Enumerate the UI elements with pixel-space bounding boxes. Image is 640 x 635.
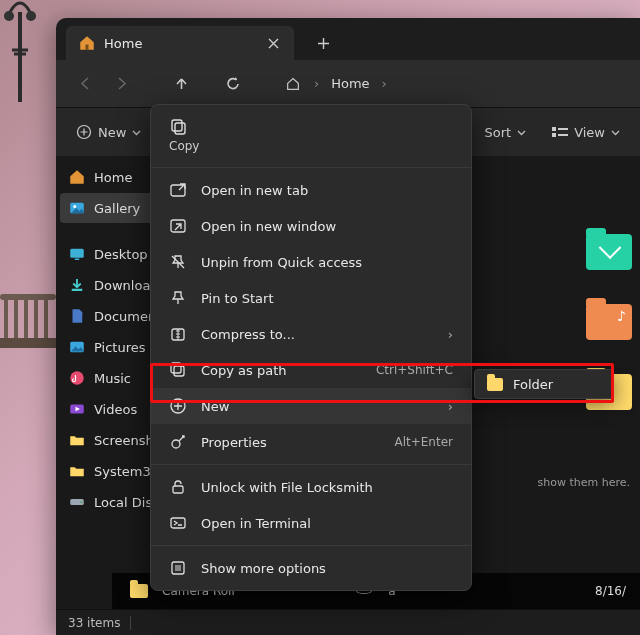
ctx-label: Open in new window [201, 219, 453, 234]
ctx-properties[interactable]: Properties Alt+Enter [151, 424, 471, 460]
address-bar: › Home › [56, 60, 640, 108]
folder-icon [68, 462, 86, 480]
chevron-down-icon [611, 128, 620, 137]
wallpaper-lamp [2, 0, 38, 102]
svg-rect-22 [171, 220, 185, 232]
ctx-show-more[interactable]: Show more options [151, 550, 471, 586]
menu-separator [151, 545, 471, 546]
svg-rect-5 [552, 127, 556, 131]
ctx-label: Unpin from Quick access [201, 255, 453, 270]
music-icon [68, 369, 86, 387]
ctx-label: Unlock with File Locksmith [201, 480, 453, 495]
ctx-open-new-tab[interactable]: Open in new tab [151, 172, 471, 208]
svg-rect-12 [75, 259, 80, 261]
tab-home[interactable]: Home [66, 26, 294, 60]
chevron-right-icon: › [380, 76, 389, 91]
nav-refresh-button[interactable] [216, 67, 250, 101]
svg-rect-6 [552, 133, 556, 137]
download-icon [68, 276, 86, 294]
status-item-count: 33 items [68, 616, 120, 630]
ctx-label: Open in new tab [201, 183, 453, 198]
sidebar-item-label: Home [94, 170, 132, 185]
ctx-label: Copy as path [201, 363, 362, 378]
breadcrumb-segment[interactable]: Home [323, 76, 377, 91]
svg-point-27 [172, 440, 180, 448]
context-head-label: Copy [169, 139, 199, 153]
new-button[interactable]: New [66, 116, 151, 148]
ctx-copy-path[interactable]: Copy as path Ctrl+Shift+C [151, 352, 471, 388]
svg-rect-11 [70, 249, 84, 258]
ctx-pin-start[interactable]: Pin to Start [151, 280, 471, 316]
nav-up-button[interactable] [164, 67, 198, 101]
content-hint: show them here. [538, 476, 630, 489]
view-button-label: View [574, 125, 605, 140]
ctx-label: New [201, 399, 434, 414]
context-menu-header: Copy [151, 109, 471, 163]
folder-tile-music[interactable] [586, 304, 632, 340]
sidebar-item-label: Gallery [94, 201, 140, 216]
chevron-right-icon: › [312, 76, 321, 91]
ctx-open-new-window[interactable]: Open in new window [151, 208, 471, 244]
folder-tile-downloads[interactable] [586, 234, 632, 270]
unlock-icon [169, 478, 187, 496]
videos-icon [68, 400, 86, 418]
ctx-new[interactable]: New › [151, 388, 471, 424]
nav-back-button[interactable] [68, 67, 102, 101]
breadcrumb-home-icon[interactable] [276, 67, 310, 101]
ctx-label: Compress to... [201, 327, 434, 342]
document-icon [68, 307, 86, 325]
context-menu: Copy Open in new tab Open in new window … [150, 104, 472, 591]
home-icon [68, 168, 86, 186]
sidebar-item-label: Desktop [94, 247, 148, 262]
pin-icon [169, 289, 187, 307]
tab-title: Home [104, 36, 254, 51]
svg-rect-8 [558, 134, 568, 136]
open-tab-icon [169, 181, 187, 199]
svg-rect-0 [18, 12, 22, 102]
folder-icon [130, 584, 148, 598]
view-icon [552, 126, 568, 138]
open-window-icon [169, 217, 187, 235]
desktop-icon [68, 245, 86, 263]
disk-icon [68, 493, 86, 511]
copy-icon[interactable] [169, 117, 189, 137]
properties-icon [169, 433, 187, 451]
ctx-unlock-locksmith[interactable]: Unlock with File Locksmith [151, 469, 471, 505]
ctx-shortcut: Alt+Enter [394, 435, 453, 449]
submenu-label: Folder [513, 377, 553, 392]
svg-rect-13 [72, 289, 83, 291]
svg-rect-3 [86, 45, 89, 50]
context-submenu-folder[interactable]: Folder [474, 369, 614, 399]
ctx-unpin-quickaccess[interactable]: Unpin from Quick access [151, 244, 471, 280]
chevron-down-icon [132, 128, 141, 137]
unpin-icon [169, 253, 187, 271]
new-tab-button[interactable] [308, 28, 338, 58]
svg-point-2 [26, 11, 36, 21]
sidebar-item-label: Pictures [94, 340, 145, 355]
tab-close-icon[interactable] [262, 32, 284, 54]
sort-button[interactable]: Sort [474, 116, 536, 148]
view-button[interactable]: View [542, 116, 630, 148]
taskbar-date: 8/16/ [595, 584, 626, 598]
sidebar-item-label: Music [94, 371, 131, 386]
copy-path-icon [169, 361, 187, 379]
ctx-label: Show more options [201, 561, 453, 576]
folder-icon [487, 378, 503, 391]
ctx-label: Pin to Start [201, 291, 453, 306]
svg-rect-20 [172, 120, 182, 131]
svg-point-15 [70, 371, 84, 385]
svg-point-18 [81, 501, 83, 503]
chevron-right-icon: › [448, 327, 453, 342]
chevron-down-icon [517, 128, 526, 137]
nav-forward-button[interactable] [104, 67, 138, 101]
svg-rect-7 [558, 128, 568, 130]
pictures-icon [68, 338, 86, 356]
ctx-open-terminal[interactable]: Open in Terminal [151, 505, 471, 541]
status-separator [130, 616, 131, 630]
terminal-icon [169, 514, 187, 532]
svg-rect-28 [173, 486, 183, 493]
svg-rect-24 [174, 366, 184, 376]
gallery-icon [68, 199, 86, 217]
ctx-compress[interactable]: Compress to... › [151, 316, 471, 352]
titlebar: Home [56, 18, 640, 60]
